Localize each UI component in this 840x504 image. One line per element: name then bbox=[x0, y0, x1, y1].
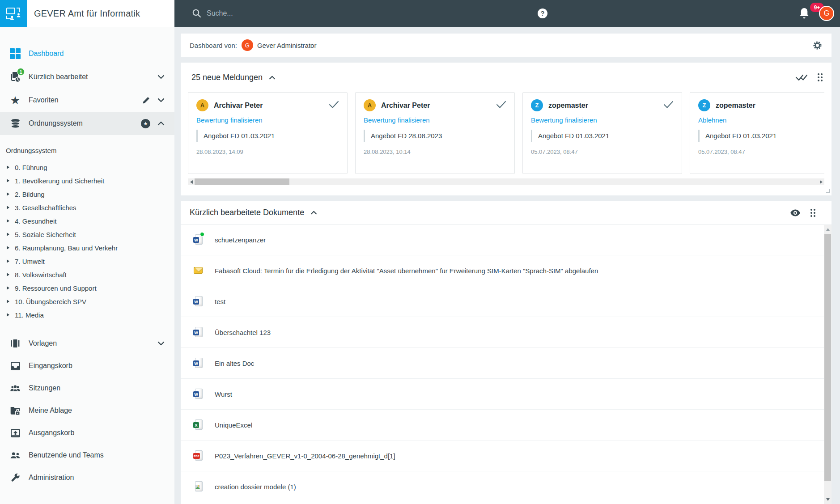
expand-arrow-icon[interactable] bbox=[7, 313, 9, 317]
search-icon bbox=[191, 8, 202, 19]
notification-cards-row: A Archivar Peter Bewertung finalisieren … bbox=[188, 92, 824, 174]
sidebar-item-vorlagen[interactable]: Vorlagen bbox=[0, 332, 174, 355]
expand-arrow-icon[interactable] bbox=[7, 192, 9, 196]
activity-link[interactable]: Ablehnen bbox=[698, 116, 726, 124]
expand-arrow-icon[interactable] bbox=[7, 259, 9, 263]
sidebar-item-benutzende-und-teams[interactable]: Benutzende und Teams bbox=[0, 444, 174, 466]
scroll-down-arrow[interactable] bbox=[824, 496, 832, 503]
expand-arrow-icon[interactable] bbox=[7, 273, 9, 276]
document-row[interactable]: creation dossier modele (1) bbox=[181, 471, 832, 502]
tree-item[interactable]: 9. Ressourcen und Support bbox=[0, 281, 174, 295]
notification-card[interactable]: A Archivar Peter Bewertung finalisieren … bbox=[355, 92, 515, 174]
chevron-down-icon[interactable] bbox=[157, 341, 165, 346]
sidebar-item-dashboard[interactable]: Dashboard bbox=[0, 42, 174, 65]
tree-item[interactable]: 0. Führung bbox=[0, 161, 174, 174]
sidebar-item-favoriten[interactable]: Favoriten bbox=[0, 89, 174, 112]
notification-card[interactable]: A Archivar Peter Bewertung finalisieren … bbox=[188, 92, 348, 174]
chevron-up-icon[interactable] bbox=[157, 121, 165, 126]
tree-item[interactable]: 3. Gesellschaftliches bbox=[0, 201, 174, 214]
scroll-up-arrow[interactable] bbox=[824, 226, 832, 233]
activity-link[interactable]: Bewertung finalisieren bbox=[196, 116, 263, 124]
tree-item[interactable]: 4. Gesundheit bbox=[0, 214, 174, 228]
tree-item[interactable]: 6. Raumplanung, Bau und Verkehr bbox=[0, 241, 174, 254]
sidebar-item-eingangskorb[interactable]: Eingangskorb bbox=[0, 355, 174, 377]
help-icon[interactable] bbox=[538, 8, 547, 18]
mark-all-read-icon[interactable] bbox=[795, 74, 808, 81]
collapse-section-icon[interactable] bbox=[269, 76, 276, 80]
sidebar-bottom-nav: Vorlagen Eingangskorb bbox=[0, 332, 174, 489]
chevron-down-icon[interactable] bbox=[157, 75, 165, 79]
document-row[interactable]: W Überschachtel 123 bbox=[181, 317, 832, 348]
mark-read-check-icon[interactable] bbox=[496, 101, 506, 110]
drag-handle-icon[interactable] bbox=[818, 73, 823, 81]
horizontal-scrollbar-thumb[interactable] bbox=[195, 178, 289, 185]
outbox-icon bbox=[9, 427, 21, 439]
activity-link[interactable]: Bewertung finalisieren bbox=[364, 116, 430, 124]
expand-arrow-icon[interactable] bbox=[7, 206, 9, 209]
tree-item[interactable]: 5. Soziale Sicherheit bbox=[0, 228, 174, 241]
tree-item[interactable]: 11. Media bbox=[0, 308, 174, 322]
message-subject: Angebot FD 01.03.2021 bbox=[698, 130, 824, 142]
tree-root-label[interactable]: Ordnungssystem bbox=[0, 147, 174, 154]
chevron-down-icon[interactable] bbox=[157, 98, 165, 102]
expand-arrow-icon[interactable] bbox=[7, 179, 9, 182]
owner-name[interactable]: Gever Administrator bbox=[257, 42, 317, 49]
sidebar-item-sitzungen[interactable]: Sitzungen bbox=[0, 377, 174, 399]
horizontal-scrollbar[interactable] bbox=[188, 178, 824, 185]
notification-card[interactable]: Z zopemaster Bewertung finalisieren Ange… bbox=[522, 92, 682, 174]
drag-handle-icon[interactable] bbox=[810, 209, 815, 217]
tree-item[interactable]: 1. Bevölkerung und Sicherheit bbox=[0, 174, 174, 187]
edit-pencil-icon[interactable] bbox=[142, 96, 150, 105]
scroll-right-arrow[interactable] bbox=[818, 178, 824, 185]
collapse-section-icon[interactable] bbox=[310, 211, 317, 215]
document-name: creation dossier modele (1) bbox=[215, 483, 296, 491]
tree-item[interactable]: 7. Umwelt bbox=[0, 254, 174, 268]
document-row[interactable]: W schuetzenpanzer bbox=[181, 224, 832, 255]
tree-item[interactable]: 2. Bildung bbox=[0, 187, 174, 201]
document-row[interactable]: W Ein altes Doc bbox=[181, 348, 832, 379]
vertical-scrollbar-thumb[interactable] bbox=[824, 234, 831, 481]
document-row[interactable]: W test bbox=[181, 286, 832, 317]
recent-count-badge: 1 bbox=[17, 68, 25, 76]
activity-link[interactable]: Bewertung finalisieren bbox=[531, 116, 597, 124]
message-timestamp: 05.07.2023, 08:47 bbox=[531, 148, 674, 155]
tree-item[interactable]: 8. Volkswirtschaft bbox=[0, 268, 174, 281]
sidebar-item-administration[interactable]: Administration bbox=[0, 466, 174, 489]
panel-resize-grip[interactable] bbox=[826, 189, 830, 193]
tree-item[interactable]: 10. Übungsbereich SPV bbox=[0, 295, 174, 308]
sidebar-item-meine-ablage[interactable]: Meine Ablage bbox=[0, 399, 174, 422]
favorite-star-circle-icon[interactable] bbox=[141, 119, 150, 128]
expand-arrow-icon[interactable] bbox=[7, 286, 9, 290]
expand-arrow-icon[interactable] bbox=[7, 233, 9, 236]
sidebar-item-ordnungssystem[interactable]: Ordnungssystem bbox=[0, 112, 174, 135]
sidebar-item-label: Dashboard bbox=[29, 50, 64, 58]
document-row[interactable]: W Wurst bbox=[181, 379, 832, 410]
notifications-bell-icon[interactable] bbox=[798, 7, 810, 20]
database-icon bbox=[9, 117, 21, 130]
document-row[interactable]: Fabasoft Cloud: Termin für die Erledigun… bbox=[181, 255, 832, 286]
expand-arrow-icon[interactable] bbox=[7, 165, 9, 169]
notification-card[interactable]: Z zopemaster Ablehnen Angebot FD 01.03.2… bbox=[690, 92, 824, 174]
message-timestamp: 05.07.2023, 08:47 bbox=[698, 148, 824, 155]
settings-gear-icon[interactable] bbox=[812, 40, 823, 51]
user-avatar[interactable]: G bbox=[819, 6, 834, 21]
mark-read-check-icon[interactable] bbox=[663, 101, 674, 110]
search-input[interactable] bbox=[207, 9, 395, 17]
expand-arrow-icon[interactable] bbox=[7, 219, 9, 223]
document-row[interactable]: PDF P023_Verfahren_GEVER_v1-0_2004-06-28… bbox=[181, 440, 832, 471]
mark-read-check-icon[interactable] bbox=[329, 101, 339, 110]
expand-arrow-icon[interactable] bbox=[7, 246, 9, 250]
vertical-scrollbar[interactable] bbox=[824, 225, 832, 504]
document-name: Fabasoft Cloud: Termin für die Erledigun… bbox=[215, 267, 598, 275]
excel-document-icon: X bbox=[193, 419, 203, 431]
sidebar-item-ausgangskorb[interactable]: Ausgangskorb bbox=[0, 422, 174, 444]
expand-arrow-icon[interactable] bbox=[7, 300, 9, 303]
scroll-left-arrow[interactable] bbox=[188, 178, 195, 185]
locked-folder-icon bbox=[9, 404, 21, 417]
app-logo[interactable] bbox=[0, 0, 27, 27]
sidebar-item-kuerzlich-bearbeitet[interactable]: 1 Kürzlich bearbeitet bbox=[0, 65, 174, 89]
visibility-eye-icon[interactable] bbox=[790, 209, 801, 217]
owner-avatar[interactable]: G bbox=[242, 39, 253, 51]
recent-documents-panel: Kürzlich bearbeitete Dokumente bbox=[181, 201, 832, 504]
document-row[interactable]: X UniqueExcel bbox=[181, 410, 832, 440]
